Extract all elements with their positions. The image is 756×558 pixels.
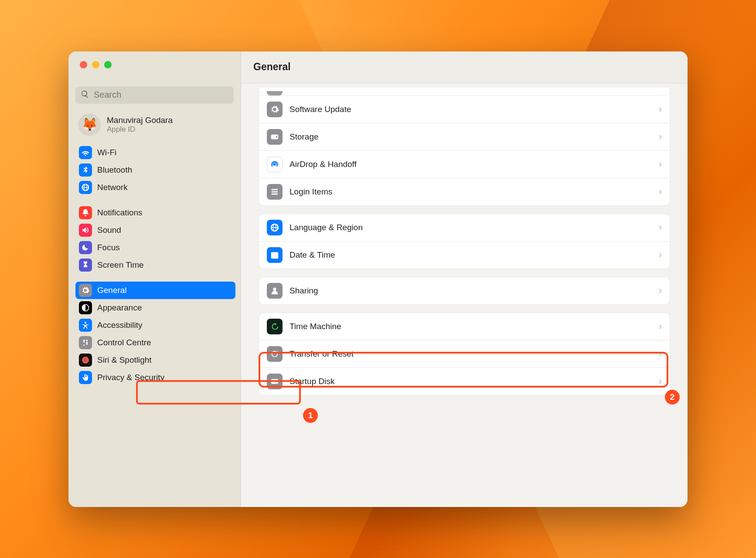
accessibility-icon — [79, 319, 92, 332]
control-icon — [79, 336, 92, 349]
zoom-window-button[interactable] — [104, 61, 112, 68]
chevron-right-icon: › — [659, 321, 662, 332]
chevron-right-icon: › — [659, 222, 662, 233]
settings-row-transfer-or-reset[interactable]: Transfer or Reset› — [259, 340, 670, 367]
wifi-icon — [79, 146, 92, 159]
sidebar-item-label: General — [97, 286, 127, 295]
appearance-icon — [79, 301, 92, 314]
svg-point-11 — [273, 287, 276, 290]
sidebar-item-wi-fi[interactable]: Wi-Fi — [75, 144, 235, 161]
annotation-badge-1: 1 — [303, 408, 318, 423]
list-icon — [267, 184, 283, 200]
svg-rect-10 — [271, 252, 279, 254]
settings-row-time-machine[interactable]: Time Machine› — [259, 313, 670, 340]
sidebar-item-siri-spotlight[interactable]: Siri & Spotlight — [75, 351, 235, 369]
hand-icon — [79, 371, 92, 384]
hourglass-icon — [79, 259, 92, 272]
sidebar-item-control-centre[interactable]: Control Centre — [75, 334, 235, 351]
chevron-right-icon: › — [659, 186, 662, 197]
sidebar-item-label: Notifications — [97, 208, 143, 218]
sidebar-item-label: Control Centre — [97, 338, 151, 347]
search-icon — [81, 90, 89, 100]
settings-row-airdrop-handoff[interactable]: AirDrop & Handoff› — [259, 150, 670, 178]
airdrop-icon — [267, 157, 283, 172]
avatar: 🦊 — [78, 113, 101, 136]
settings-row-login-items[interactable]: Login Items› — [259, 178, 670, 205]
person-icon — [267, 283, 283, 299]
window-controls — [68, 51, 241, 78]
settings-group: Language & Region›Date & Time› — [259, 214, 670, 269]
sidebar-item-accessibility[interactable]: Accessibility — [75, 316, 235, 334]
moon-icon — [79, 241, 92, 254]
svg-point-2 — [82, 357, 89, 363]
sidebar-list: Wi-FiBluetoothNetworkNotificationsSoundF… — [68, 144, 241, 507]
siri-icon — [79, 354, 92, 367]
settings-row-label: Login Items — [289, 187, 652, 197]
calendar-icon — [267, 247, 283, 263]
chevron-right-icon: › — [659, 104, 662, 115]
apple-id-account-row[interactable]: 🦊 Manuviraj Godara Apple ID — [68, 110, 241, 144]
sidebar-item-general[interactable]: General — [75, 282, 235, 299]
settings-row-label: Time Machine — [289, 322, 652, 331]
settings-row-label: AirDrop & Handoff — [289, 160, 652, 169]
bluetooth-icon — [79, 163, 92, 177]
sidebar-item-bluetooth[interactable]: Bluetooth — [75, 161, 235, 179]
globe-icon — [79, 181, 92, 194]
chevron-right-icon: › — [659, 249, 662, 261]
sidebar-item-label: Accessibility — [97, 320, 142, 330]
svg-rect-7 — [272, 191, 278, 192]
svg-point-1 — [85, 322, 86, 323]
minimize-window-button[interactable] — [92, 61, 99, 68]
gear-icon — [79, 284, 92, 297]
main-panel: General Software Update›Storage›AirDrop … — [241, 51, 688, 507]
page-title: General — [253, 61, 291, 73]
settings-group: Time Machine›Transfer or Reset›Startup D… — [259, 313, 670, 395]
search-input[interactable] — [93, 89, 228, 100]
sidebar-item-sound[interactable]: Sound — [75, 221, 235, 239]
chevron-right-icon: › — [659, 159, 662, 170]
settings-row-date-time[interactable]: Date & Time› — [259, 241, 670, 269]
settings-row-language-region[interactable]: Language & Region› — [259, 214, 670, 241]
account-name: Manuviraj Godara — [107, 116, 173, 125]
sidebar-item-screen-time[interactable]: Screen Time — [75, 256, 235, 274]
sidebar-item-label: Focus — [97, 243, 120, 252]
content-scroll[interactable]: Software Update›Storage›AirDrop & Handof… — [241, 83, 688, 507]
search-field[interactable] — [75, 86, 234, 104]
settings-row-sharing[interactable]: Sharing› — [259, 277, 670, 304]
sidebar-item-appearance[interactable]: Appearance — [75, 299, 235, 316]
settings-row-label: Date & Time — [289, 250, 652, 260]
sidebar-item-privacy-security[interactable]: Privacy & Security — [75, 369, 235, 386]
settings-group: Sharing› — [259, 277, 670, 305]
settings-row-storage[interactable]: Storage› — [259, 123, 670, 150]
svg-rect-6 — [272, 189, 278, 190]
svg-point-13 — [276, 381, 277, 382]
sidebar: 🦊 Manuviraj Godara Apple ID Wi-FiBluetoo… — [68, 51, 241, 507]
sidebar-item-network[interactable]: Network — [75, 179, 235, 196]
settings-row-label: Sharing — [289, 286, 652, 296]
sidebar-item-focus[interactable]: Focus — [75, 239, 235, 256]
clockback-icon — [267, 319, 283, 334]
sidebar-item-label: Bluetooth — [97, 165, 132, 175]
reset-icon — [267, 346, 283, 362]
sidebar-item-label: Siri & Spotlight — [97, 355, 152, 365]
settings-row-software-update[interactable]: Software Update› — [259, 96, 670, 123]
sidebar-item-label: Appearance — [97, 303, 142, 313]
settings-group: Software Update›Storage›AirDrop & Handof… — [259, 88, 670, 206]
chevron-right-icon: › — [659, 376, 662, 387]
settings-row-label: Startup Disk — [289, 377, 652, 386]
sidebar-item-label: Wi-Fi — [97, 148, 116, 157]
svg-rect-8 — [272, 193, 278, 194]
close-window-button[interactable] — [80, 61, 87, 68]
settings-row-label: Storage — [289, 132, 652, 142]
titlebar: General — [241, 51, 688, 83]
speaker-icon — [79, 224, 92, 237]
chevron-right-icon: › — [659, 285, 662, 296]
settings-row-label: Language & Region — [289, 223, 652, 232]
settings-row-startup-disk[interactable]: Startup Disk› — [259, 367, 670, 395]
disk-icon — [267, 374, 283, 389]
sidebar-item-notifications[interactable]: Notifications — [75, 204, 235, 221]
settings-row-label: Transfer or Reset — [289, 349, 652, 359]
bell-icon — [79, 206, 92, 219]
chevron-right-icon: › — [659, 131, 662, 143]
settings-row-label: Software Update — [289, 105, 652, 114]
